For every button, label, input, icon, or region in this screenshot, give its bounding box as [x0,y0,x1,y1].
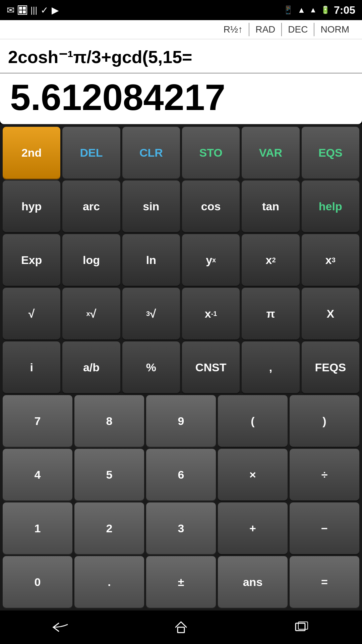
key-8[interactable]: 8 [74,395,144,447]
play-icon: ▶ [52,5,59,16]
mode-bar: R½↑ RAD DEC NORM [0,20,362,39]
key-tan[interactable]: tan [242,180,299,232]
key-row-8: 1 2 3 + − [3,502,359,554]
phone-icon: 📱 [283,5,293,15]
mail-icon: ✉ [7,5,14,16]
key-divide[interactable]: ÷ [290,449,359,500]
status-bar: ✉ ||| ✓ ▶ 📱 ▲ ▲ 🔋 7:05 [0,0,362,20]
check-icon: ✓ [41,5,48,16]
key-x3[interactable]: x3 [302,234,359,286]
key-7[interactable]: 7 [3,395,72,447]
key-dot[interactable]: . [74,556,144,608]
nav-recent[interactable] [288,617,315,637]
key-feqs[interactable]: FEQS [302,341,359,393]
key-pi[interactable]: π [242,288,299,339]
key-exp[interactable]: Exp [3,234,60,286]
grid-icon [18,5,27,15]
barcode-icon: ||| [31,5,37,15]
key-ln[interactable]: ln [122,234,180,286]
key-percent[interactable]: % [122,341,180,393]
signal-icon: ▲ [309,6,317,14]
key-var[interactable]: VAR [242,127,299,178]
key-comma[interactable]: , [242,341,299,393]
key-row-4: √ x√ 3√ x-1 π X [3,288,359,339]
wifi-icon: ▲ [297,5,305,15]
key-x-var[interactable]: X [302,288,359,339]
result-display: 5.612084217 [0,73,362,124]
svg-rect-0 [178,627,184,633]
key-1[interactable]: 1 [3,502,72,554]
key-3[interactable]: 3 [146,502,216,554]
mode-rad: RAD [249,23,282,36]
key-sqrt[interactable]: √ [3,288,60,339]
status-time: 7:05 [334,4,355,16]
mode-norm: NORM [314,23,355,36]
status-right: 📱 ▲ ▲ 🔋 7:05 [283,4,355,16]
key-4[interactable]: 4 [3,449,72,500]
key-cnst[interactable]: CNST [182,341,240,393]
status-left-icons: ✉ ||| ✓ ▶ [7,5,59,16]
key-2[interactable]: 2 [74,502,144,554]
key-xsqrt[interactable]: x√ [62,288,120,339]
key-log[interactable]: log [62,234,120,286]
key-clr[interactable]: CLR [122,127,180,178]
mode-dec: DEC [282,23,314,36]
key-sto[interactable]: STO [182,127,240,178]
display-area: R½↑ RAD DEC NORM 2cosh⁻¹π/3+gcd(5,15= 5.… [0,20,362,124]
key-plus[interactable]: + [218,502,288,554]
key-eqs[interactable]: EQS [302,127,359,178]
key-ans[interactable]: ans [218,556,288,608]
key-5[interactable]: 5 [74,449,144,500]
mode-r: R½↑ [218,23,250,36]
key-yx[interactable]: yx [182,234,240,286]
key-6[interactable]: 6 [146,449,216,500]
key-row-6: 7 8 9 ( ) [3,395,359,447]
key-i[interactable]: i [3,341,60,393]
battery-icon: 🔋 [321,6,330,14]
key-row-3: Exp log ln yx x2 x3 [3,234,359,286]
key-multiply[interactable]: × [218,449,288,500]
nav-home[interactable] [168,617,194,637]
key-del[interactable]: DEL [62,127,120,178]
key-xinv[interactable]: x-1 [182,288,240,339]
key-equals[interactable]: = [290,556,359,608]
key-help[interactable]: help [302,180,359,232]
key-plusminus[interactable]: ± [146,556,216,608]
key-minus[interactable]: − [290,502,359,554]
key-sin[interactable]: sin [122,180,180,232]
result-text: 5.612084217 [10,76,225,118]
key-x2[interactable]: x2 [242,234,299,286]
key-2nd[interactable]: 2nd [3,127,60,178]
nav-back[interactable] [47,617,74,637]
key-row-5: i a/b % CNST , FEQS [3,341,359,393]
key-cbrt[interactable]: 3√ [122,288,180,339]
key-row-9: 0 . ± ans = [3,556,359,608]
key-row-2: hyp arc sin cos tan help [3,180,359,232]
nav-bar [0,610,362,644]
key-open-paren[interactable]: ( [218,395,288,447]
key-hyp[interactable]: hyp [3,180,60,232]
key-afrac[interactable]: a/b [62,341,120,393]
key-close-paren[interactable]: ) [290,395,359,447]
expression-text: 2cosh⁻¹π/3+gcd(5,15= [8,47,192,67]
key-row-1: 2nd DEL CLR STO VAR EQS [3,127,359,178]
expression-display: 2cosh⁻¹π/3+gcd(5,15= [0,39,362,73]
key-9[interactable]: 9 [146,395,216,447]
key-cos[interactable]: cos [182,180,240,232]
key-0[interactable]: 0 [3,556,72,608]
key-arc[interactable]: arc [62,180,120,232]
key-row-7: 4 5 6 × ÷ [3,449,359,500]
keyboard: 2nd DEL CLR STO VAR EQS hyp arc sin cos … [0,124,362,610]
